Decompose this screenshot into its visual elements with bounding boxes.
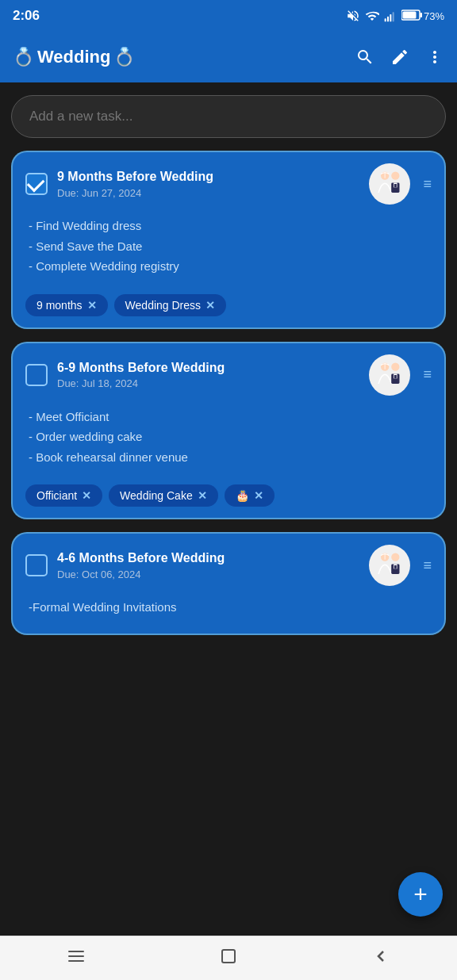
task-card-2-tags: Officiant ✕ Wedding Cake ✕ 🎂 ✕: [13, 477, 444, 518]
task-card-1-avatar: [369, 163, 410, 205]
drag-handle-2[interactable]: ≡: [423, 366, 432, 383]
status-bar: 2:06 73%: [0, 0, 457, 32]
tag-wedding-cake-close[interactable]: ✕: [198, 489, 207, 502]
more-options-icon[interactable]: [425, 48, 444, 67]
tag-wedding-dress-label: Wedding Dress: [125, 299, 201, 312]
tag-cake-emoji-close[interactable]: ✕: [254, 489, 263, 502]
fab-icon: +: [413, 882, 428, 906]
svg-rect-5: [420, 13, 422, 17]
fab-add-button[interactable]: +: [398, 872, 443, 917]
task-card-1-due: Due: Jun 27, 2024: [57, 187, 359, 199]
task-card-1: 9 Months Before Wedding Due: Jun 27, 202…: [11, 151, 446, 329]
tag-9months-label: 9 months: [36, 299, 83, 312]
ring-icon-left: 💍: [13, 47, 34, 67]
task-card-2-title: 6-9 Months Before Wedding: [57, 360, 359, 377]
task-card-3-due: Due: Oct 06, 2024: [57, 568, 359, 580]
tag-officiant[interactable]: Officiant ✕: [25, 484, 102, 507]
task-card-2-avatar: [369, 354, 410, 396]
task-card-3: 4-6 Months Before Wedding Due: Oct 06, 2…: [11, 532, 446, 635]
app-title-text: Wedding: [37, 47, 110, 67]
task-card-1-header: 9 Months Before Wedding Due: Jun 27, 202…: [13, 152, 444, 212]
battery-indicator: [401, 10, 422, 23]
task-card-3-header: 4-6 Months Before Wedding Due: Oct 06, 2…: [13, 534, 444, 594]
task-card-3-item-0: -Formal Wedding Invitations: [29, 597, 428, 618]
ring-icon-right: 💍: [113, 47, 135, 67]
search-icon[interactable]: [355, 48, 374, 67]
svg-rect-25: [68, 951, 84, 952]
task-card-3-avatar: [369, 545, 410, 586]
bottom-back-icon: [371, 947, 390, 966]
task-card-1-item-2: - Complete Wedding registry: [29, 256, 428, 277]
drag-handle-3[interactable]: ≡: [423, 557, 432, 574]
status-time: 2:06: [13, 8, 40, 24]
svg-rect-6: [402, 11, 416, 18]
svg-point-14: [392, 362, 400, 370]
svg-rect-0: [385, 18, 386, 21]
tag-wedding-cake[interactable]: Wedding Cake ✕: [109, 484, 218, 507]
tag-9months-close[interactable]: ✕: [87, 299, 97, 312]
svg-rect-1: [387, 17, 389, 22]
task-card-2-title-block: 6-9 Months Before Wedding Due: Jul 18, 2…: [57, 360, 359, 390]
task-card-3-checkbox[interactable]: [25, 554, 48, 576]
tag-officiant-label: Officiant: [36, 489, 77, 502]
tag-wedding-cake-label: Wedding Cake: [120, 489, 193, 502]
app-bar-actions: [355, 48, 444, 67]
task-card-1-body: - Find Wedding dress - Send Save the Dat…: [13, 212, 444, 286]
status-icons: 73%: [346, 9, 444, 23]
task-card-2-body: - Meet Officiant - Order wedding cake - …: [13, 404, 444, 477]
tag-wedding-dress-close[interactable]: ✕: [205, 299, 215, 312]
svg-point-20: [392, 553, 400, 561]
bottom-nav-home[interactable]: [219, 947, 238, 970]
app-title: 💍 Wedding 💍: [13, 47, 349, 67]
svg-rect-17: [394, 375, 397, 378]
task-card-1-tags: 9 months ✕ Wedding Dress ✕: [13, 286, 444, 327]
couple-avatar-1: [372, 167, 407, 201]
task-card-3-title-block: 4-6 Months Before Wedding Due: Oct 06, 2…: [57, 550, 359, 580]
task-card-2: 6-9 Months Before Wedding Due: Jul 18, 2…: [11, 342, 446, 520]
signal-icon: [384, 9, 397, 23]
svg-rect-23: [394, 565, 397, 568]
task-card-3-title: 4-6 Months Before Wedding: [57, 550, 359, 567]
task-card-2-checkbox[interactable]: [25, 364, 48, 386]
task-card-2-item-0: - Meet Officiant: [29, 407, 428, 427]
bottom-nav-menu[interactable]: [67, 947, 86, 970]
svg-rect-26: [68, 955, 84, 957]
drag-handle-1[interactable]: ≡: [423, 176, 432, 193]
svg-rect-3: [393, 12, 394, 21]
main-content: 9 Months Before Wedding Due: Jun 27, 202…: [0, 82, 457, 936]
svg-rect-27: [68, 960, 84, 962]
task-card-1-title-block: 9 Months Before Wedding Due: Jun 27, 202…: [57, 169, 359, 199]
edit-icon[interactable]: [390, 48, 409, 67]
task-card-2-item-2: - Book rehearsal dinner venue: [29, 447, 428, 468]
couple-avatar-3: [372, 548, 407, 583]
tag-cake-emoji[interactable]: 🎂 ✕: [225, 484, 275, 507]
bottom-home-icon: [219, 947, 238, 966]
svg-point-8: [392, 172, 400, 180]
tag-wedding-dress[interactable]: Wedding Dress ✕: [114, 294, 226, 316]
add-task-input[interactable]: [11, 95, 446, 138]
mute-icon: [346, 9, 360, 23]
task-card-1-item-1: - Send Save the Date: [29, 236, 428, 257]
tag-officiant-close[interactable]: ✕: [82, 489, 91, 502]
task-cards-list: 9 Months Before Wedding Due: Jun 27, 202…: [11, 151, 446, 635]
task-card-1-title: 9 Months Before Wedding: [57, 169, 359, 186]
bottom-nav-back[interactable]: [371, 947, 390, 970]
svg-rect-11: [394, 184, 397, 187]
task-card-2-item-1: - Order wedding cake: [29, 427, 428, 447]
couple-avatar-2: [372, 358, 407, 392]
tag-cake-emoji-label: 🎂: [236, 489, 249, 502]
task-card-2-due: Due: Jul 18, 2024: [57, 377, 359, 389]
svg-rect-28: [222, 950, 235, 963]
task-card-1-checkbox[interactable]: [25, 173, 48, 195]
wifi-icon: [365, 9, 379, 23]
battery-percentage: 73%: [424, 10, 444, 22]
bottom-menu-icon: [67, 947, 86, 966]
tag-9months[interactable]: 9 months ✕: [25, 294, 108, 316]
app-bar: 💍 Wedding 💍: [0, 32, 457, 82]
bottom-nav: [0, 936, 457, 980]
task-card-3-body: -Formal Wedding Invitations: [13, 594, 444, 627]
svg-rect-2: [390, 14, 391, 21]
battery-icon: [401, 10, 422, 21]
task-card-2-header: 6-9 Months Before Wedding Due: Jul 18, 2…: [13, 343, 444, 404]
task-card-1-item-0: - Find Wedding dress: [29, 216, 428, 236]
